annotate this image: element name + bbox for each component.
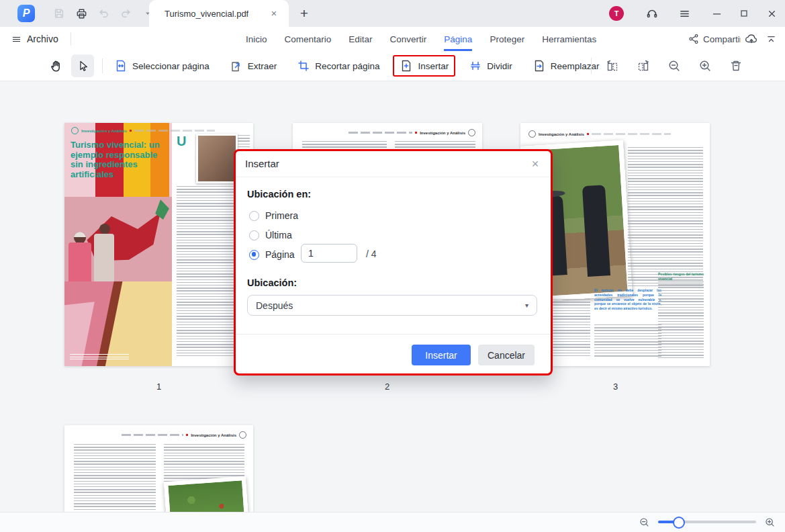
extract-icon: [230, 59, 243, 73]
share-label[interactable]: Compartir: [703, 34, 741, 44]
radio-first[interactable]: Primera: [249, 210, 298, 221]
page3-pull-quote: El turismo no debe desplazar las activid…: [594, 288, 661, 311]
page2-header: Investigación y Análisis: [349, 129, 475, 136]
zoom-slider[interactable]: [658, 521, 756, 523]
cloud-upload-icon[interactable]: [744, 32, 759, 46]
rotate-right-icon[interactable]: [636, 58, 651, 73]
position-dropdown[interactable]: Después ▾: [247, 295, 537, 316]
page1-mural-photo: [64, 197, 172, 281]
menubar-divider: [71, 32, 71, 46]
menubar: Archivo Inicio Comentario Editar Convert…: [0, 27, 785, 51]
split-button[interactable]: Dividir: [462, 55, 519, 77]
dialog-close-icon[interactable]: ×: [528, 157, 543, 171]
text-lines: [658, 281, 704, 358]
page1-dropcap: U: [177, 134, 186, 149]
print-icon[interactable]: [75, 7, 88, 20]
dialog-header: Insertar ×: [236, 151, 551, 177]
radio-page-circle[interactable]: [249, 250, 259, 260]
photo-figure: [582, 185, 610, 277]
delete-page-icon[interactable]: [729, 58, 743, 73]
radio-last-circle[interactable]: [249, 230, 259, 240]
page-total-label: / 4: [366, 249, 377, 259]
radio-first-label: Primera: [265, 210, 298, 221]
page1-header: Investigación y Análisis: [71, 127, 215, 134]
extract-label: Extraer: [248, 61, 277, 71]
collapse-toolbar-icon[interactable]: [766, 34, 777, 45]
rotate-left-icon[interactable]: [605, 58, 620, 73]
zoom-in-icon[interactable]: [764, 517, 776, 528]
tab-herramientas[interactable]: Herramientas: [542, 27, 596, 51]
insert-button[interactable]: Insertar: [393, 55, 455, 77]
tab-inicio[interactable]: Inicio: [246, 27, 267, 51]
app-menu-icon[interactable]: [678, 7, 691, 20]
dialog-insert-button[interactable]: Insertar: [412, 345, 471, 365]
page1-portrait-photo: [196, 134, 238, 183]
split-label: Dividir: [487, 61, 512, 71]
maximize-icon[interactable]: [737, 7, 751, 20]
page-number-1: 1: [156, 382, 161, 392]
select-page-icon: [114, 59, 128, 73]
minimize-icon[interactable]: [710, 7, 723, 20]
page-number-2: 2: [385, 382, 389, 392]
undo-icon[interactable]: [97, 7, 110, 20]
archivo-menu[interactable]: Archivo: [11, 27, 58, 51]
archivo-label: Archivo: [27, 34, 58, 44]
pdf-editor-window: P Turismo_vivencial.pdf × + T: [0, 0, 785, 532]
tab-close-icon[interactable]: ×: [267, 6, 281, 19]
select-page-button[interactable]: Seleccionar página: [107, 55, 216, 77]
page1-article-title: Turismo vivencial: un ejemplo responsabl…: [71, 140, 171, 179]
mural-bird-shape: [152, 200, 169, 220]
text-lines: [628, 147, 703, 288]
zoom-out-icon[interactable]: [639, 517, 650, 528]
page-thumbnail-4[interactable]: Investigación y Análisis: [64, 425, 253, 513]
window-close-icon[interactable]: [765, 7, 778, 20]
page-thumbnail-1[interactable]: Investigación y Análisis Turismo vivenci…: [64, 123, 253, 366]
archivo-menu-icon: [11, 34, 22, 45]
text-lines: [594, 324, 661, 358]
redo-icon[interactable]: [119, 7, 132, 20]
figure-head: [99, 224, 110, 234]
tab-proteger[interactable]: Proteger: [490, 27, 524, 51]
radio-page[interactable]: Página: [249, 249, 295, 260]
insert-icon: [400, 59, 413, 73]
dialog-cancel-button[interactable]: Cancelar: [478, 345, 535, 365]
text-lines: [74, 444, 156, 513]
insert-dialog: Insertar × Ubicación en: Primera Última …: [234, 149, 553, 375]
ribbon-tabs: Inicio Comentario Editar Convertir Págin…: [246, 27, 596, 51]
chevron-down-icon: ▾: [525, 302, 528, 309]
statusbar: [0, 512, 785, 532]
dialog-title: Insertar: [245, 151, 279, 177]
hand-tool-icon[interactable]: [48, 58, 64, 74]
zoom-out-page-icon[interactable]: [667, 58, 682, 73]
save-icon[interactable]: [52, 7, 66, 20]
page4-header: Investigación y Análisis: [122, 431, 246, 439]
tab-editar[interactable]: Editar: [349, 27, 372, 51]
user-avatar[interactable]: T: [609, 6, 624, 21]
tab-pagina[interactable]: Página: [444, 27, 472, 51]
page4-tree-photo: [164, 476, 250, 513]
radio-first-circle[interactable]: [249, 211, 259, 221]
figure-body: [94, 234, 114, 281]
page3-header: Investigación y Análisis: [528, 130, 671, 138]
share-icon[interactable]: [688, 33, 700, 45]
zoom-in-page-icon[interactable]: [698, 58, 712, 73]
crop-page-icon: [297, 59, 310, 73]
extract-button[interactable]: Extraer: [223, 55, 284, 77]
document-tab-label: Turismo_vivencial.pdf: [165, 9, 248, 19]
radio-last[interactable]: Última: [249, 230, 292, 240]
crop-page-button[interactable]: Recortar página: [290, 55, 386, 77]
zoom-slider-knob[interactable]: [673, 517, 685, 529]
new-tab-button[interactable]: +: [296, 5, 312, 21]
toolbar-divider: [102, 58, 103, 73]
support-headset-icon[interactable]: [645, 7, 659, 20]
page-number-input[interactable]: [301, 244, 357, 263]
radio-page-label: Página: [265, 249, 295, 260]
document-tab[interactable]: Turismo_vivencial.pdf ×: [149, 0, 289, 27]
crop-page-label: Recortar página: [315, 61, 379, 71]
tab-comentario[interactable]: Comentario: [285, 27, 332, 51]
split-icon: [469, 59, 482, 73]
replace-icon: [533, 59, 546, 73]
tab-convertir[interactable]: Convertir: [390, 27, 427, 51]
select-tool-icon[interactable]: [71, 54, 94, 77]
app-logo: P: [17, 5, 35, 22]
